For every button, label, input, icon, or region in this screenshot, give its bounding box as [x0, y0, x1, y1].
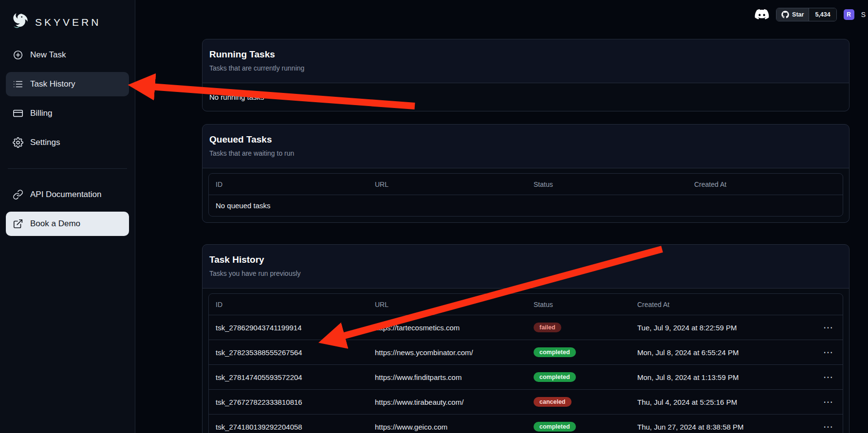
- task-history-table: ID URL Status Created At tsk_27862904374…: [208, 293, 843, 433]
- column-header-id: ID: [216, 180, 375, 188]
- github-icon: [781, 11, 789, 18]
- status-badge: canceled: [534, 397, 572, 407]
- running-tasks-header: Running Tasks Tasks that are currently r…: [203, 39, 849, 83]
- discord-icon[interactable]: [755, 9, 769, 20]
- skyvern-logo[interactable]: SKYVERN: [6, 10, 129, 35]
- queued-tasks-empty: No queued tasks: [209, 195, 843, 216]
- task-row[interactable]: tsk_276727822333810816 https://www.tirab…: [209, 389, 843, 414]
- card-title: Running Tasks: [209, 49, 842, 60]
- status-badge: completed: [534, 347, 576, 357]
- row-menu-button[interactable]: [820, 324, 836, 331]
- created-at-cell: Mon, Jul 8, 2024 at 1:13:59 PM: [637, 373, 805, 381]
- status-badge: failed: [534, 323, 561, 332]
- sidebar-item-new-task[interactable]: New Task: [6, 43, 129, 67]
- user-name-partial: S: [861, 11, 866, 18]
- table-header-row: ID URL Status Created At: [209, 294, 843, 315]
- task-url-cell: https://tartecosmetics.com: [375, 324, 534, 332]
- task-id-cell: tsk_276727822333810816: [216, 398, 375, 406]
- column-header-created-at: Created At: [694, 180, 836, 188]
- sidebar: SKYVERN New Task Task History Billing S: [0, 0, 135, 433]
- task-history-header: Task History Tasks you have run previous…: [203, 245, 849, 289]
- task-url-cell: https://www.tirabeauty.com/: [375, 398, 534, 406]
- created-at-cell: Thu, Jun 27, 2024 at 8:38:58 PM: [637, 423, 805, 431]
- link-icon: [13, 189, 23, 200]
- queued-tasks-header: Queued Tasks Tasks that are waiting to r…: [203, 125, 849, 168]
- plus-circle-icon: [13, 50, 23, 60]
- row-menu-button[interactable]: [820, 349, 836, 356]
- sidebar-item-api-documentation[interactable]: API Documentation: [6, 182, 129, 207]
- row-menu-button[interactable]: [820, 423, 836, 430]
- column-header-id: ID: [216, 301, 375, 308]
- task-history-card: Task History Tasks you have run previous…: [202, 244, 850, 433]
- card-subtitle: Tasks you have run previously: [209, 270, 842, 277]
- sidebar-item-book-a-demo[interactable]: Book a Demo: [6, 212, 129, 236]
- row-menu-button[interactable]: [820, 374, 836, 380]
- github-star-label: Star: [792, 11, 804, 18]
- column-header-url: URL: [375, 180, 534, 188]
- status-badge: completed: [534, 422, 576, 432]
- github-star-count: 5,434: [809, 8, 836, 21]
- queued-tasks-card: Queued Tasks Tasks that are waiting to r…: [202, 124, 850, 223]
- card-subtitle: Tasks that are currently running: [209, 64, 842, 72]
- created-at-cell: Thu, Jul 4, 2024 at 5:25:16 PM: [637, 398, 805, 406]
- card-subtitle: Tasks that are waiting to run: [209, 149, 842, 157]
- task-row[interactable]: tsk_278235388555267564 https://news.ycom…: [209, 340, 843, 364]
- column-header-created-at: Created At: [637, 301, 805, 308]
- task-id-cell: tsk_278629043741199914: [216, 324, 375, 332]
- running-tasks-card: Running Tasks Tasks that are currently r…: [202, 39, 850, 111]
- sidebar-item-label: Billing: [30, 108, 52, 118]
- queued-tasks-table: ID URL Status Created At No queued tasks: [208, 173, 843, 216]
- sidebar-item-label: Book a Demo: [30, 219, 80, 229]
- task-id-cell: tsk_274180139292204058: [216, 423, 375, 431]
- list-icon: [13, 79, 23, 90]
- card-title: Queued Tasks: [209, 134, 842, 145]
- task-url-cell: https://www.geico.com: [375, 423, 534, 431]
- created-at-cell: Mon, Jul 8, 2024 at 6:55:24 PM: [637, 348, 805, 357]
- dragon-logo-icon: [9, 12, 30, 33]
- credit-card-icon: [13, 108, 23, 119]
- github-star-button[interactable]: Star 5,434: [776, 8, 837, 21]
- task-url-cell: https://news.ycombinator.com/: [375, 348, 534, 357]
- sidebar-item-label: Settings: [30, 138, 60, 147]
- task-row[interactable]: tsk_278147405593572204 https://www.findi…: [209, 364, 843, 389]
- task-id-cell: tsk_278147405593572204: [216, 373, 375, 381]
- running-tasks-empty: No running tasks: [203, 83, 849, 111]
- created-at-cell: Tue, Jul 9, 2024 at 8:22:59 PM: [637, 324, 805, 332]
- sidebar-item-label: New Task: [30, 50, 66, 60]
- task-url-cell: https://www.finditparts.com: [375, 373, 534, 381]
- sidebar-item-label: Task History: [30, 79, 75, 89]
- status-badge: completed: [534, 372, 576, 382]
- avatar[interactable]: R: [844, 9, 854, 20]
- brand-name: SKYVERN: [35, 17, 101, 28]
- task-id-cell: tsk_278235388555267564: [216, 348, 375, 357]
- card-title: Task History: [209, 254, 842, 265]
- sidebar-item-settings[interactable]: Settings: [6, 130, 129, 155]
- column-header-url: URL: [375, 301, 534, 308]
- task-row[interactable]: tsk_274180139292204058 https://www.geico…: [209, 414, 843, 433]
- sidebar-item-billing[interactable]: Billing: [6, 101, 129, 126]
- main-content: Running Tasks Tasks that are currently r…: [135, 0, 868, 433]
- column-header-status: Status: [534, 301, 637, 308]
- gear-icon: [13, 137, 23, 148]
- sidebar-item-label: API Documentation: [30, 190, 101, 199]
- row-menu-button[interactable]: [820, 398, 836, 405]
- sidebar-item-task-history[interactable]: Task History: [6, 72, 129, 96]
- external-link-icon: [13, 218, 23, 229]
- sidebar-divider: [8, 168, 127, 169]
- table-header-row: ID URL Status Created At: [209, 174, 843, 195]
- task-row[interactable]: tsk_278629043741199914 https://tartecosm…: [209, 315, 843, 340]
- column-header-status: Status: [534, 180, 694, 188]
- topbar: Star 5,434 R S: [755, 8, 866, 21]
